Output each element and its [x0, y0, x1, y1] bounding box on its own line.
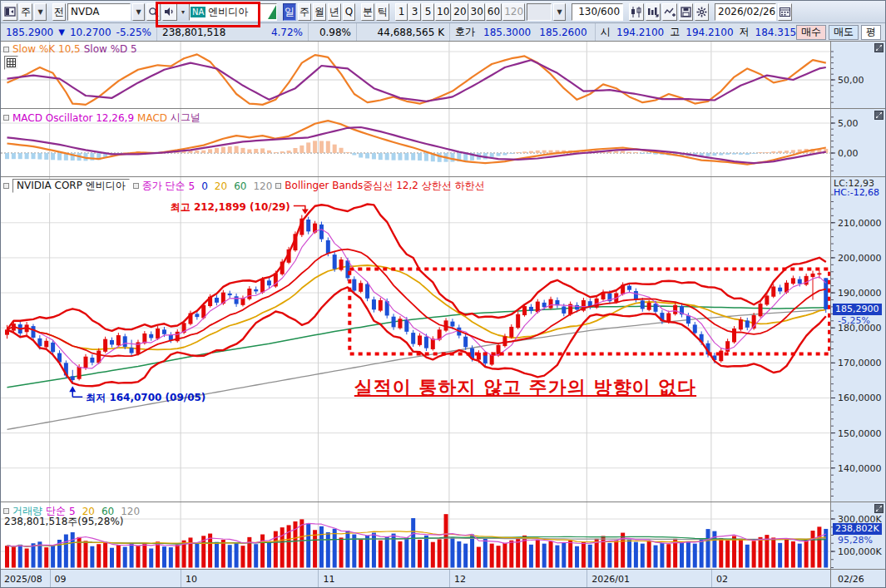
current-change-tag: -5,25%: [838, 316, 870, 326]
extra-interval-arrow[interactable]: ▼: [553, 3, 566, 21]
x-axis-label-10: 10: [186, 574, 197, 585]
interval-button-30[interactable]: 30: [469, 3, 485, 21]
price-ma-5: 5: [189, 180, 196, 192]
title-legend-toggle[interactable]: [3, 183, 9, 189]
period-tab-일[interactable]: 일: [283, 3, 296, 21]
macd-expand-button[interactable]: [874, 111, 884, 120]
period-combo-label[interactable]: 주: [19, 3, 32, 21]
interval-button-60[interactable]: 60: [486, 3, 502, 21]
macd-line-label: MACD: [137, 112, 167, 124]
calendar-icon: [780, 7, 790, 17]
grid-tool-button[interactable]: [4, 56, 18, 70]
volume-axis[interactable]: 300,000K100,000K238,802K95,28%: [830, 502, 886, 570]
search-icon: [148, 7, 159, 17]
interval-button-group: 13510203060120: [395, 3, 525, 21]
mode-tab-group: 분틱: [361, 3, 389, 21]
interval-button-120[interactable]: 120: [502, 3, 525, 21]
interval-button-5[interactable]: 5: [422, 3, 434, 21]
period-tab-년[interactable]: 년: [328, 3, 341, 21]
y-axis-label: 190,0000: [838, 289, 882, 298]
stock-chart-window: 주 ▼ 전 NVDA ▼ ▾ NA 엔비디아 일주월년Q 분틱 13510203…: [0, 0, 886, 588]
save-button[interactable]: [679, 3, 693, 21]
symbol-title: NVIDIA CORP 엔비디아: [12, 179, 130, 193]
sell-button[interactable]: 매도: [829, 25, 859, 40]
y-axis-label: 5,00: [838, 119, 859, 128]
y-axis-label: 50,00: [838, 76, 864, 85]
toolbar: 주 ▼ 전 NVDA ▼ ▾ NA 엔비디아 일주월년Q 분틱 13510203…: [1, 1, 886, 23]
buy-button[interactable]: 매수: [796, 25, 826, 40]
macd-axis[interactable]: 5,000,00: [830, 109, 886, 177]
prev-symbol-button[interactable]: 전: [52, 3, 66, 21]
symbol-input[interactable]: NVDA: [67, 3, 131, 21]
sound-dropdown-arrow[interactable]: ▾: [179, 3, 187, 21]
settings-button[interactable]: [695, 3, 709, 21]
stochastic-axis[interactable]: 50,00: [830, 42, 886, 109]
panel-toggle-button[interactable]: [2, 3, 17, 21]
y-axis-label: 160,0000: [838, 393, 882, 403]
symbol-name-combo[interactable]: NA 엔비디아: [189, 3, 277, 21]
mode-tab-분[interactable]: 분: [361, 3, 374, 21]
x-axis-label-2026-01: 2026/01: [591, 574, 630, 585]
x-axis-divider: [449, 570, 450, 588]
time-axis[interactable]: 02/26 2025/08091011122026/0102: [1, 570, 886, 588]
date-field[interactable]: 2026/02/26: [715, 3, 776, 21]
price-ma-toggle[interactable]: [133, 183, 139, 189]
bar-count-field[interactable]: 130/600: [572, 3, 623, 21]
symbol-name: 엔비디아: [208, 5, 248, 19]
save-icon: [681, 7, 691, 17]
extra-interval-combo[interactable]: [527, 3, 552, 21]
period-tab-주[interactable]: 주: [298, 3, 311, 21]
sound-button[interactable]: [162, 3, 177, 21]
period-tab-group: 일주월년Q: [283, 3, 355, 21]
stochastic-plot[interactable]: Slow %K 10,5 Slow %D 5: [1, 42, 830, 109]
x-axis-divider: [50, 570, 51, 588]
period-tab-Q[interactable]: Q: [343, 3, 355, 21]
y-axis-label: 0,00: [838, 149, 859, 158]
symbol-search-button[interactable]: [146, 3, 161, 21]
hc-label: HC:-12,68: [834, 188, 879, 197]
speaker-icon: [164, 7, 176, 17]
mode-tab-틱[interactable]: 틱: [376, 3, 389, 21]
panel-toggle-icon: [4, 7, 16, 17]
y-axis-label: 170,0000: [838, 358, 882, 368]
bollinger-toggle[interactable]: [275, 183, 281, 189]
high-label: 고: [670, 25, 680, 39]
interval-button-10[interactable]: 10: [435, 3, 451, 21]
avg-button[interactable]: 평: [861, 25, 881, 40]
low-label: 저: [740, 25, 750, 39]
price-ma-label: 종가 단순: [142, 179, 186, 193]
x-axis-label-09: 09: [55, 574, 67, 585]
macd-plot[interactable]: MACD Oscillator 12,26,9 MACD 시그널: [1, 109, 830, 177]
volume-value: 238,801,518: [162, 27, 225, 38]
interval-button-1[interactable]: 1: [395, 3, 408, 21]
trendline-button[interactable]: [662, 3, 677, 21]
add-indicator-button[interactable]: [646, 3, 661, 21]
period-combo-arrow[interactable]: ▼: [34, 3, 47, 21]
volume-summary: 238,801,518주(95,28%): [4, 515, 123, 529]
symbol-dropdown-arrow[interactable]: ▼: [132, 3, 145, 21]
price-axis[interactable]: LC:12,93 HC:-12,68 210,0000200,0000190,0…: [830, 177, 886, 502]
bollinger-label: Bollinger Bands중심선 12,2 상한선 하한선: [285, 179, 484, 193]
volume-plot[interactable]: 거래량 단순 52060120 238,801,518주(95,28%): [1, 502, 830, 570]
volume-legend-toggle[interactable]: [3, 508, 9, 514]
stoch-legend-toggle[interactable]: [3, 47, 9, 52]
interval-button-3[interactable]: 3: [408, 3, 421, 21]
x-axis-label-12: 12: [454, 574, 466, 585]
settings-icon: [696, 7, 707, 17]
low-annotation: 최저 164,0700 (09/05): [86, 391, 205, 405]
current-price: 185.2900: [6, 27, 53, 38]
combo-corner-icon: [268, 5, 276, 19]
macd-legend-toggle[interactable]: [3, 115, 9, 121]
volume-expand-button[interactable]: [874, 504, 884, 513]
open-price: 194.2100: [616, 27, 664, 38]
period-tab-월[interactable]: 월: [313, 3, 326, 21]
price-plot[interactable]: NVIDIA CORP 엔비디아 종가 단순 502060120 Bolling…: [1, 177, 830, 502]
hoga-ask: 185.3000: [483, 27, 531, 38]
chart-type-button[interactable]: [629, 3, 644, 21]
calendar-button[interactable]: [778, 3, 792, 21]
stoch-expand-button[interactable]: [874, 43, 884, 52]
high-price: 194.2100: [686, 27, 733, 38]
expand-icon: [876, 506, 882, 511]
quote-strip: 185.2900 ▼ 10.2700 -5.25% 238,801,518 4.…: [1, 23, 886, 42]
interval-button-20[interactable]: 20: [452, 3, 468, 21]
